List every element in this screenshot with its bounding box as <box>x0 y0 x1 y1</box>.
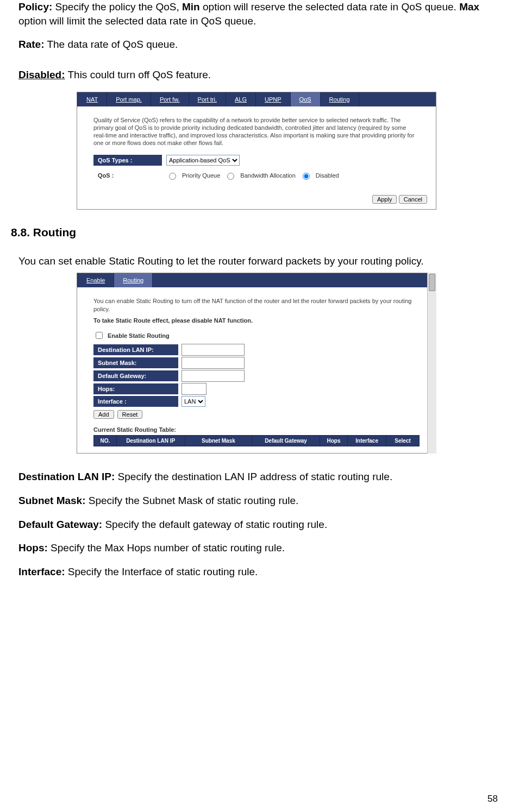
def-hops: Hops: Specify the Max Hops number of sta… <box>18 541 502 555</box>
tab-routing[interactable]: Routing <box>321 92 359 106</box>
col-select: Select <box>386 436 420 446</box>
tab-port-tri[interactable]: Port tri. <box>189 92 226 106</box>
interface-label: Interface : <box>93 396 178 407</box>
radio-bandwidth-allocation[interactable] <box>227 173 234 180</box>
def-mask: Subnet Mask: Specify the Subnet Mask of … <box>18 494 502 508</box>
enable-static-routing-checkbox[interactable] <box>96 332 103 339</box>
rate-paragraph: Rate: The data rate of QoS queue. <box>18 37 502 52</box>
subnet-mask-label: Subnet Mask: <box>93 357 178 368</box>
hops-label: Hops: <box>93 383 178 394</box>
col-default-gateway: Default Gateway <box>252 436 320 446</box>
disabled-paragraph: Disabled: This could turn off QoS featur… <box>18 68 502 82</box>
rate-label: Rate: <box>18 39 45 50</box>
dest-lan-ip-input[interactable] <box>182 344 245 356</box>
routing-table-title: Current Static Routing Table: <box>93 426 420 433</box>
qos-radio-set: Priority Queue Bandwidth Allocation Disa… <box>166 171 339 180</box>
routing-warning: To take Static Route effect, please disa… <box>93 317 420 324</box>
tab-alg[interactable]: ALG <box>226 92 256 106</box>
qos-panel: NAT Port map. Port fw. Port tri. ALG UPN… <box>77 92 436 210</box>
tab-nat[interactable]: NAT <box>77 92 107 106</box>
qos-tabs: NAT Port map. Port fw. Port tri. ALG UPN… <box>77 92 436 106</box>
tab-qos[interactable]: QoS <box>291 92 321 106</box>
subnet-mask-input[interactable] <box>182 357 245 369</box>
def-dest: Destination LAN IP: Specify the destinat… <box>18 470 502 484</box>
routing-panel: Enable Routing You can enable Static Rou… <box>77 273 436 454</box>
scrollbar-thumb[interactable] <box>429 274 435 291</box>
qos-types-label: QoS Types : <box>93 155 162 166</box>
apply-button[interactable]: Apply <box>372 195 397 204</box>
tab-enable[interactable]: Enable <box>77 273 114 287</box>
radio-disabled[interactable] <box>303 173 310 180</box>
routing-description: You can enable Static Routing to turn of… <box>93 297 420 313</box>
reset-button[interactable]: Reset <box>117 410 143 419</box>
def-iface: Interface: Specify the Interface of stat… <box>18 565 502 579</box>
col-subnet-mask: Subnet Mask <box>185 436 252 446</box>
col-dest-lan-ip: Destination LAN IP <box>116 436 185 446</box>
hops-input[interactable] <box>182 383 207 395</box>
tab-port-fw[interactable]: Port fw. <box>151 92 189 106</box>
cancel-button[interactable]: Cancel <box>399 195 427 204</box>
default-gateway-label: Default Gateway: <box>93 370 178 381</box>
radio-disabled-label: Disabled <box>316 172 339 179</box>
policy-label: Policy: <box>18 1 52 12</box>
routing-tabs: Enable Routing <box>77 273 436 287</box>
interface-select[interactable]: LAN <box>182 396 205 407</box>
section-intro: You can set enable Static Routing to let… <box>18 255 502 267</box>
qos-description: Quality of Service (QoS) refers to the c… <box>93 116 420 147</box>
page-number: 58 <box>487 794 498 804</box>
tab-routing-2[interactable]: Routing <box>114 273 153 287</box>
tab-port-map[interactable]: Port map. <box>107 92 151 106</box>
radio-priority-queue[interactable] <box>169 173 176 180</box>
def-gw: Default Gateway: Specify the default gat… <box>18 518 502 532</box>
default-gateway-input[interactable] <box>182 370 245 382</box>
policy-paragraph: Policy: Specify the policy the QoS, Min … <box>18 0 502 28</box>
section-heading: 8.8. Routing <box>11 226 502 239</box>
col-hops: Hops <box>320 436 347 446</box>
col-no: NO. <box>94 436 117 446</box>
dest-lan-ip-label: Destination LAN IP: <box>93 344 178 355</box>
disabled-label: Disabled: <box>18 69 65 80</box>
radio-bandwidth-allocation-label: Bandwidth Allocation <box>240 172 296 179</box>
radio-priority-queue-label: Priority Queue <box>182 172 220 179</box>
qos-mode-label: QoS : <box>93 170 162 181</box>
routing-table: NO. Destination LAN IP Subnet Mask Defau… <box>93 435 420 446</box>
scrollbar[interactable] <box>427 273 436 454</box>
add-button[interactable]: Add <box>93 410 114 419</box>
col-interface: Interface <box>348 436 386 446</box>
qos-types-select[interactable]: Application-based QoS <box>166 155 240 166</box>
tab-upnp[interactable]: UPNP <box>256 92 291 106</box>
enable-static-routing-label: Enable Static Routing <box>108 332 170 339</box>
